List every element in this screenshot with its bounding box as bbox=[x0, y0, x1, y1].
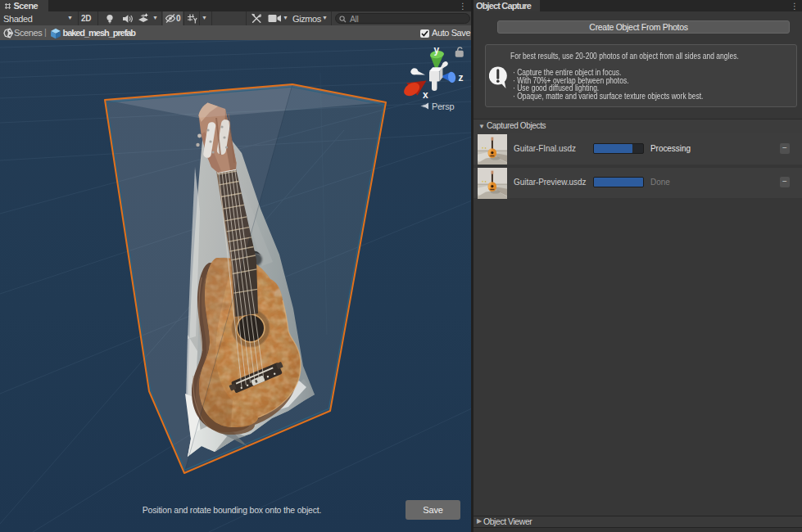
svg-text:x: x bbox=[423, 89, 428, 101]
svg-text:z: z bbox=[459, 72, 464, 83]
svg-text:y: y bbox=[434, 44, 440, 56]
svg-text:Persp: Persp bbox=[432, 101, 454, 111]
